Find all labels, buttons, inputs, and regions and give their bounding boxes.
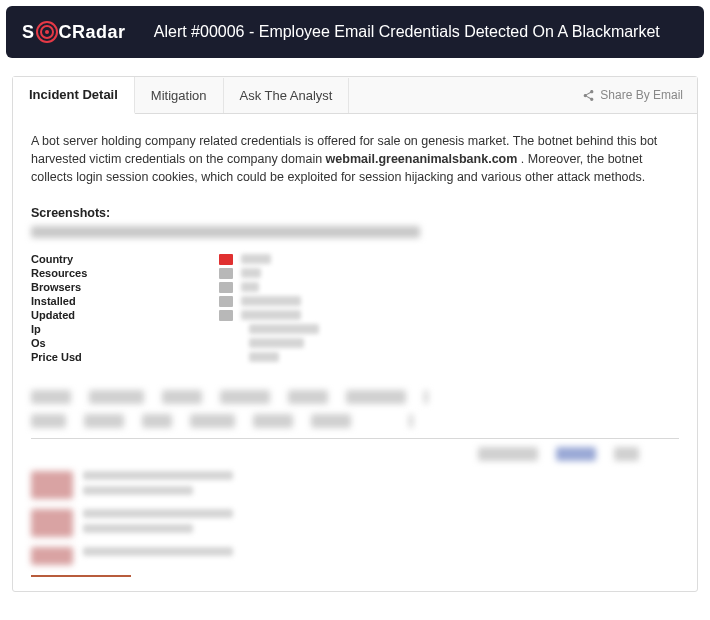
tab-mitigation[interactable]: Mitigation [135, 78, 224, 113]
share-by-email-button[interactable]: Share By Email [568, 88, 697, 102]
redacted-thumbnail [31, 547, 73, 565]
label-resources: Resources [31, 267, 211, 279]
tab-ask-analyst[interactable]: Ask The Analyst [224, 78, 350, 113]
redacted-value [241, 254, 271, 264]
redacted-thumbnail [31, 471, 73, 499]
badge-icon [219, 268, 233, 279]
radar-icon [36, 21, 58, 43]
redacted-screenshot-area [31, 390, 679, 581]
incident-description: A bot server holding company related cre… [31, 132, 679, 186]
redacted-value [249, 338, 304, 348]
brand-logo: S CRadar [22, 21, 126, 43]
row-browsers: Browsers [31, 280, 679, 294]
row-os: Os [31, 336, 679, 350]
row-price: Price Usd [31, 350, 679, 364]
redacted-value [241, 268, 261, 278]
tab-incident-detail[interactable]: Incident Detail [13, 77, 135, 114]
label-installed: Installed [31, 295, 211, 307]
incident-card: Incident Detail Mitigation Ask The Analy… [12, 76, 698, 592]
share-label: Share By Email [600, 88, 683, 102]
redacted-value [241, 310, 301, 320]
label-country: Country [31, 253, 211, 265]
tab-bar: Incident Detail Mitigation Ask The Analy… [13, 77, 697, 114]
label-browsers: Browsers [31, 281, 211, 293]
brand-post: CRadar [59, 22, 126, 43]
redacted-value [249, 352, 279, 362]
redacted-value [241, 282, 259, 292]
redacted-value [241, 296, 301, 306]
calendar-icon [219, 296, 233, 307]
label-ip: Ip [31, 323, 211, 335]
flag-icon [219, 254, 233, 265]
redacted-footer [31, 575, 131, 581]
share-icon [582, 89, 595, 102]
redacted-value [249, 324, 319, 334]
screenshots-heading: Screenshots: [31, 206, 679, 220]
browser-icon [219, 282, 233, 293]
calendar-icon [219, 310, 233, 321]
incident-content: A bot server holding company related cre… [13, 114, 697, 591]
desc-domain: webmail.greenanimalsbank.com [326, 152, 518, 166]
row-country: Country [31, 252, 679, 266]
brand-pre: S [22, 22, 35, 43]
row-installed: Installed [31, 294, 679, 308]
redacted-title-line [31, 226, 420, 238]
bot-details-table: Country Resources Browsers Installed Upd [31, 252, 679, 364]
redacted-thumbnail [31, 509, 73, 537]
row-resources: Resources [31, 266, 679, 280]
label-updated: Updated [31, 309, 211, 321]
label-price: Price Usd [31, 351, 211, 363]
row-updated: Updated [31, 308, 679, 322]
row-ip: Ip [31, 322, 679, 336]
label-os: Os [31, 337, 211, 349]
app-header: S CRadar Alert #00006 - Employee Email C… [6, 6, 704, 58]
alert-title: Alert #00006 - Employee Email Credential… [126, 22, 688, 41]
